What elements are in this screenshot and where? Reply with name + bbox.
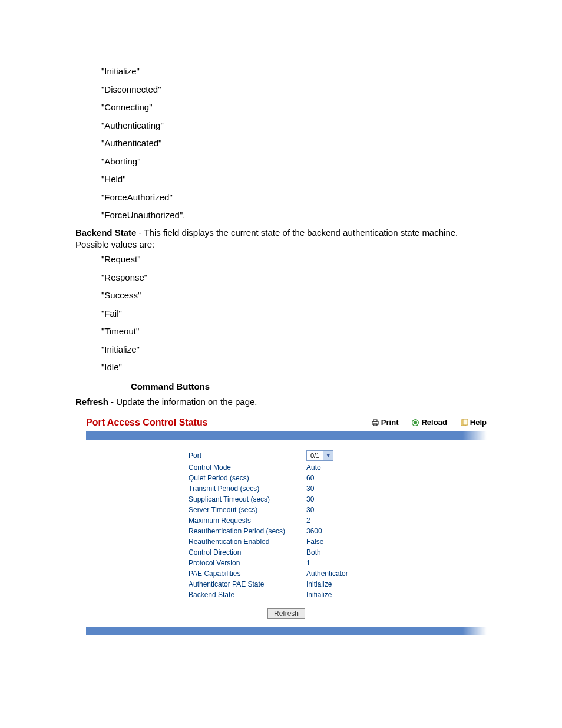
command-buttons-heading: Command Buttons bbox=[131, 381, 487, 391]
list-item: "Success" bbox=[101, 289, 487, 302]
row-server-timeout: Server Timeout (secs) 30 bbox=[189, 506, 487, 514]
reload-label: Reload bbox=[421, 418, 447, 427]
svg-rect-5 bbox=[463, 419, 468, 425]
list-item: "Held" bbox=[101, 173, 487, 186]
value-supplicant-timeout: 30 bbox=[306, 495, 314, 503]
label-quiet-period: Quiet Period (secs) bbox=[189, 474, 306, 482]
value-transmit-period: 30 bbox=[306, 485, 314, 493]
label-supplicant-timeout: Supplicant Timeout (secs) bbox=[189, 495, 306, 503]
backend-state-paragraph: Backend State - This field displays the … bbox=[75, 227, 487, 251]
label-control-direction: Control Direction bbox=[189, 548, 306, 556]
row-max-requests: Maximum Requests 2 bbox=[189, 516, 487, 525]
help-link[interactable]: Help bbox=[460, 418, 487, 427]
value-max-requests: 2 bbox=[306, 516, 310, 525]
row-reauth-enabled: Reauthentication Enabled False bbox=[189, 538, 487, 546]
value-quiet-period: 60 bbox=[306, 474, 314, 482]
value-server-timeout: 30 bbox=[306, 506, 314, 514]
svg-rect-1 bbox=[373, 420, 377, 421]
list-item: "Idle" bbox=[101, 361, 487, 374]
label-protocol-version: Protocol Version bbox=[189, 559, 306, 567]
value-control-direction: Both bbox=[306, 548, 321, 556]
refresh-label: Refresh bbox=[75, 397, 108, 407]
pae-state-list: "Initialize" "Disconnected" "Connecting"… bbox=[101, 65, 487, 222]
list-item: "Authenticating" bbox=[101, 119, 487, 133]
row-supplicant-timeout: Supplicant Timeout (secs) 30 bbox=[189, 495, 487, 503]
print-label: Print bbox=[381, 418, 399, 427]
list-item: "Connecting" bbox=[101, 101, 487, 114]
value-protocol-version: 1 bbox=[306, 559, 310, 567]
list-item: "Response" bbox=[101, 271, 487, 285]
label-backend-state: Backend State bbox=[189, 591, 306, 599]
label-max-requests: Maximum Requests bbox=[189, 516, 306, 525]
port-select[interactable]: 0/1 ▼ bbox=[306, 450, 333, 461]
list-item: "Timeout" bbox=[101, 325, 487, 338]
value-control-mode: Auto bbox=[306, 463, 321, 472]
list-item: "ForceAuthorized" bbox=[101, 191, 487, 205]
value-auth-pae-state: Initialize bbox=[306, 580, 332, 588]
help-icon bbox=[460, 419, 468, 427]
list-item: "Fail" bbox=[101, 307, 487, 321]
row-control-mode: Control Mode Auto bbox=[189, 463, 487, 472]
chevron-down-icon: ▼ bbox=[323, 451, 333, 460]
label-control-mode: Control Mode bbox=[189, 463, 306, 472]
value-pae-capabilities: Authenticator bbox=[306, 569, 348, 578]
row-pae-capabilities: PAE Capabilities Authenticator bbox=[189, 569, 487, 578]
refresh-paragraph: Refresh - Update the information on the … bbox=[75, 396, 487, 408]
row-transmit-period: Transmit Period (secs) 30 bbox=[189, 485, 487, 493]
row-reauth-period: Reauthentication Period (secs) 3600 bbox=[189, 527, 487, 535]
refresh-desc: - Update the information on the page. bbox=[108, 397, 257, 407]
backend-state-list: "Request" "Response" "Success" "Fail" "T… bbox=[101, 253, 487, 374]
reload-link[interactable]: Reload bbox=[411, 418, 447, 427]
row-backend-state: Backend State Initialize bbox=[189, 591, 487, 599]
row-port: Port 0/1 ▼ bbox=[189, 450, 487, 461]
label-reauth-period: Reauthentication Period (secs) bbox=[189, 527, 306, 535]
refresh-button[interactable]: Refresh bbox=[267, 608, 305, 619]
reload-icon bbox=[411, 419, 419, 427]
help-label: Help bbox=[470, 418, 487, 427]
list-item: "Request" bbox=[101, 253, 487, 266]
list-item: "Authenticated" bbox=[101, 137, 487, 150]
label-server-timeout: Server Timeout (secs) bbox=[189, 506, 306, 514]
divider-bar-top bbox=[86, 431, 487, 440]
value-backend-state: Initialize bbox=[306, 591, 332, 599]
panel-title: Port Access Control Status bbox=[86, 417, 371, 428]
value-reauth-enabled: False bbox=[306, 538, 323, 546]
port-select-value: 0/1 bbox=[307, 452, 323, 459]
label-port: Port bbox=[189, 452, 306, 460]
row-quiet-period: Quiet Period (secs) 60 bbox=[189, 474, 487, 482]
label-auth-pae-state: Authenticator PAE State bbox=[189, 580, 306, 588]
status-panel: Port Access Control Status Print Reload bbox=[86, 415, 487, 635]
label-pae-capabilities: PAE Capabilities bbox=[189, 569, 306, 578]
print-link[interactable]: Print bbox=[371, 418, 399, 427]
list-item: "Aborting" bbox=[101, 155, 487, 169]
backend-state-label: Backend State bbox=[75, 228, 136, 238]
list-item: "Initialize" bbox=[101, 343, 487, 357]
list-item: "ForceUnauthorized". bbox=[101, 209, 487, 222]
divider-bar-bottom bbox=[86, 627, 487, 635]
print-icon bbox=[371, 419, 379, 427]
list-item: "Disconnected" bbox=[101, 83, 487, 97]
list-item: "Initialize" bbox=[101, 65, 487, 78]
value-reauth-period: 3600 bbox=[306, 527, 322, 535]
label-reauth-enabled: Reauthentication Enabled bbox=[189, 538, 306, 546]
row-auth-pae-state: Authenticator PAE State Initialize bbox=[189, 580, 487, 588]
label-transmit-period: Transmit Period (secs) bbox=[189, 485, 306, 493]
row-control-direction: Control Direction Both bbox=[189, 548, 487, 556]
row-protocol-version: Protocol Version 1 bbox=[189, 559, 487, 567]
